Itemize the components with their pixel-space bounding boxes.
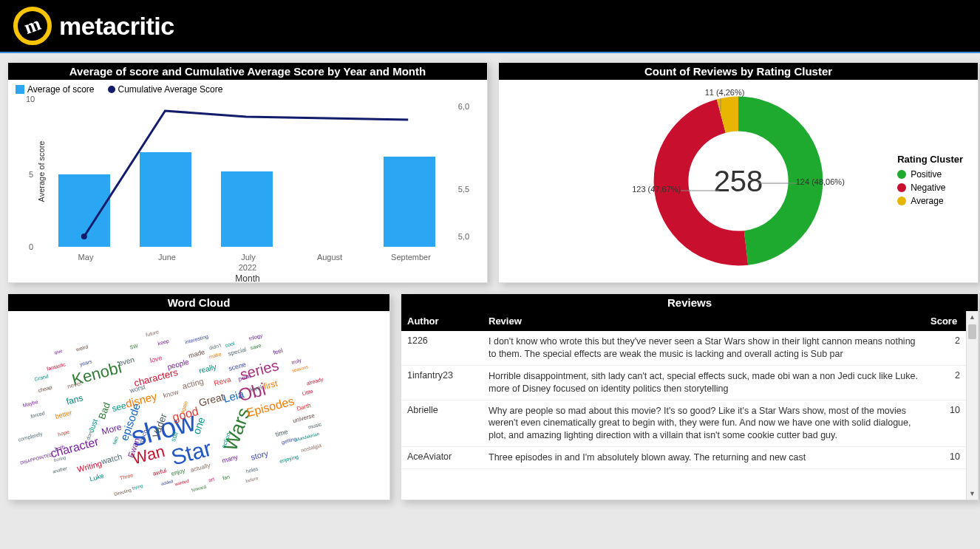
word-mandalorian[interactable]: Mandalorian [295, 432, 319, 442]
word-watch[interactable]: watch [101, 451, 123, 466]
dot-icon [897, 170, 906, 179]
word-keep[interactable]: keep [157, 338, 169, 347]
app-header: m metacritic [0, 0, 980, 53]
word-know[interactable]: know [163, 388, 180, 399]
word-sw[interactable]: SW [129, 343, 139, 350]
word-enjoying[interactable]: enjoying [279, 454, 299, 464]
word-disappointed[interactable]: DISAPPOINTED [20, 452, 53, 465]
y-axis-right-label: Cumulative Average Score [474, 96, 484, 247]
word-made[interactable]: made [188, 348, 205, 359]
word-future[interactable]: future [145, 329, 159, 337]
word-added[interactable]: added [160, 479, 174, 486]
word-cool[interactable]: cool [225, 341, 235, 348]
col-review[interactable]: Review [483, 311, 925, 331]
word-better[interactable]: better [55, 409, 73, 420]
word-acting[interactable]: acting [181, 376, 204, 390]
word-cloud[interactable]: showStarWarsObiWanKenobiseriesEpisodesch… [8, 311, 389, 499]
word-trilogy[interactable]: trilogy [248, 333, 263, 341]
table-row[interactable]: 1infantry23Horrible disappointment, sith… [401, 366, 966, 400]
word-seasons[interactable]: seasons [291, 364, 308, 373]
word-hope[interactable]: hope [58, 429, 70, 437]
word-maybe[interactable]: Maybe [22, 399, 38, 408]
word-special[interactable]: special [228, 346, 247, 357]
word-people[interactable]: people [166, 358, 190, 371]
word-directing[interactable]: Directing [114, 488, 132, 497]
card-avg-score-by-month: Average of score and Cumulative Average … [7, 62, 488, 283]
cell-score: 2 [925, 335, 966, 361]
combo-chart[interactable]: Average of score Cumulative Average Scor… [8, 96, 487, 282]
word-completely[interactable]: completely [18, 431, 43, 442]
word-interesting[interactable]: interesting [184, 333, 208, 344]
word-art[interactable]: art [208, 477, 215, 483]
table-row[interactable]: AbrielleWhy are people so mad about this… [401, 400, 966, 448]
word-trying[interactable]: trying [132, 483, 143, 491]
word-before[interactable]: before [245, 476, 259, 483]
word-luke[interactable]: Luke [89, 472, 104, 483]
word-three[interactable]: Three [119, 472, 133, 480]
word-bad[interactable]: Bad [96, 401, 112, 421]
word-two[interactable]: two [112, 436, 119, 446]
word-love[interactable]: love [149, 354, 163, 364]
cell-review: Three episodes in and I'm absolutely blo… [483, 451, 925, 464]
word-first[interactable]: first [262, 378, 279, 392]
table-row[interactable]: 1226I don't know who wrote this but they… [401, 331, 966, 366]
y-tick: 0 [29, 242, 33, 251]
scroll-down-icon[interactable]: ▼ [967, 488, 978, 499]
word-forced[interactable]: forced [30, 410, 46, 419]
word-fan[interactable]: fan [222, 474, 230, 480]
donut-total: 258 [714, 165, 763, 198]
word-didn't[interactable]: didn't [208, 342, 222, 350]
x-axis-labels: May June July August September [45, 253, 452, 262]
word-little[interactable]: Little [302, 389, 313, 397]
word-even[interactable]: even [118, 355, 135, 367]
scroll-thumb[interactable] [968, 324, 976, 339]
word-writing[interactable]: Writing [76, 459, 103, 474]
word-music[interactable]: music [307, 421, 321, 429]
plot-area [45, 96, 452, 247]
word-universe[interactable]: universe [292, 412, 316, 425]
legend-average[interactable]: Average [897, 196, 963, 206]
word-nostalgia[interactable]: nostalgia [301, 443, 322, 453]
word-save[interactable]: save [250, 343, 262, 351]
word-fantastic[interactable]: fantastic [46, 361, 66, 372]
donut-chart[interactable]: 258 124 (48,06%) 123 (47,67%) 11 (4,26%)… [499, 80, 978, 282]
legend-item-line[interactable]: Cumulative Average Score [108, 84, 223, 95]
cell-author: Abrielle [401, 405, 483, 443]
word-many[interactable]: many [221, 453, 239, 464]
line-series[interactable] [45, 96, 452, 247]
word-another[interactable]: another [52, 466, 67, 474]
legend-negative[interactable]: Negative [897, 183, 963, 193]
word-grand[interactable]: Grand [34, 373, 50, 382]
col-score[interactable]: Score [925, 311, 966, 331]
word-forward[interactable]: forward [191, 485, 207, 493]
col-author[interactable]: Author [401, 311, 483, 331]
word-already[interactable]: already [306, 377, 324, 386]
word-darth[interactable]: Darth [296, 402, 311, 412]
word-see[interactable]: see [111, 400, 127, 415]
legend-item-bar[interactable]: Average of score [16, 84, 95, 95]
word-holes[interactable]: holes [245, 466, 259, 474]
word-really[interactable]: really [198, 363, 217, 375]
word-cheap[interactable]: cheap [38, 384, 52, 393]
cell-score: 10 [925, 451, 966, 464]
word-awful[interactable]: awful [152, 467, 167, 477]
word-truly[interactable]: truly [291, 358, 302, 365]
word-give[interactable]: give [54, 349, 63, 355]
word-feel[interactable]: feel [273, 347, 284, 356]
table-row[interactable]: AceAviatorThree episodes in and I'm abso… [401, 447, 966, 469]
scroll-up-icon[interactable]: ▲ [967, 311, 978, 323]
word-reva[interactable]: Reva [213, 375, 231, 388]
circle-icon [108, 86, 115, 93]
word-weird[interactable]: weird [75, 344, 89, 352]
word-make[interactable]: make [208, 351, 222, 359]
word-great[interactable]: Great [197, 391, 225, 409]
brand-logo: m metacritic [13, 7, 174, 45]
legend-positive[interactable]: Positive [897, 169, 963, 180]
word-enjoy[interactable]: enjoy [171, 467, 186, 477]
word-wanted[interactable]: wanted [174, 479, 189, 487]
word-time[interactable]: time [274, 428, 288, 438]
scrollbar[interactable]: ▲ ▼ [966, 311, 978, 499]
word-fans[interactable]: fans [65, 392, 84, 406]
word-story[interactable]: story [250, 449, 269, 462]
cell-author: 1226 [401, 335, 483, 361]
